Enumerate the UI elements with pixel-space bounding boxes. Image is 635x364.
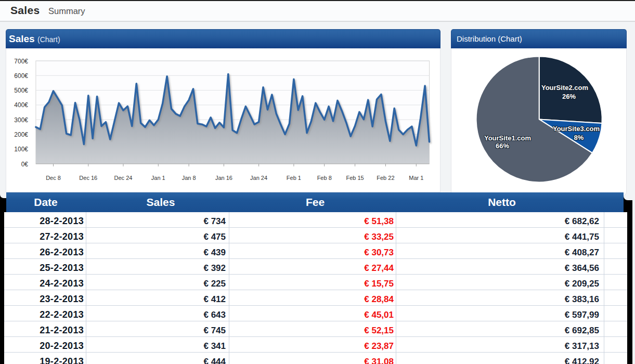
svg-text:Feb 8: Feb 8: [317, 175, 332, 181]
svg-text:Feb 15: Feb 15: [346, 175, 364, 181]
svg-text:Mar 1: Mar 1: [409, 175, 423, 181]
svg-text:Dec 8: Dec 8: [46, 175, 61, 181]
svg-text:Jan 16: Jan 16: [215, 175, 232, 181]
svg-text:Dec 24: Dec 24: [114, 175, 133, 181]
svg-text:Dec 16: Dec 16: [79, 175, 97, 181]
svg-text:Jan 24: Jan 24: [250, 175, 267, 181]
svg-text:500€: 500€: [14, 87, 28, 94]
svg-text:400€: 400€: [14, 101, 28, 109]
svg-text:300€: 300€: [14, 116, 28, 124]
svg-text:700€: 700€: [14, 58, 28, 65]
svg-text:200€: 200€: [14, 131, 28, 138]
svg-text:100€: 100€: [14, 146, 28, 153]
svg-text:Jan 8: Jan 8: [182, 175, 196, 181]
svg-text:Feb 1: Feb 1: [287, 175, 301, 181]
svg-text:600€: 600€: [14, 72, 28, 80]
svg-text:0€: 0€: [21, 161, 29, 168]
svg-text:Feb 22: Feb 22: [377, 175, 394, 181]
svg-text:Jan 1: Jan 1: [151, 175, 165, 181]
